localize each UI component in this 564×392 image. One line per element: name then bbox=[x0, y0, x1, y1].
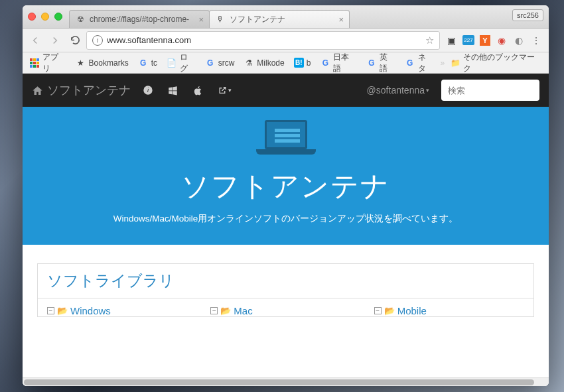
google-icon: G bbox=[320, 58, 330, 68]
hero-title: ソフトアンテナ bbox=[36, 168, 535, 205]
menu-button[interactable]: ⋮ bbox=[530, 34, 542, 46]
extension-icon[interactable]: 227 bbox=[462, 35, 474, 45]
folder-icon: 📁 bbox=[450, 58, 460, 68]
extension-icon[interactable]: ▣ bbox=[445, 34, 457, 46]
bookmark-item[interactable]: ⚗Milkode bbox=[241, 56, 287, 70]
reload-icon bbox=[70, 34, 81, 46]
svg-rect-6 bbox=[30, 65, 33, 68]
other-bookmarks[interactable]: 📁 その他のブックマーク bbox=[447, 50, 545, 76]
apple-icon[interactable] bbox=[193, 85, 206, 96]
radioactive-icon: ☢ bbox=[75, 14, 86, 25]
svg-rect-4 bbox=[33, 62, 36, 64]
titlebar: ☢ chrome://flags/#top-chrome- × 🎙 ソフトアンテ… bbox=[23, 5, 549, 29]
body-area: ソフトライブラリ − 📂 Windows − 📂 Mac bbox=[23, 245, 549, 317]
search-input[interactable] bbox=[441, 80, 539, 101]
info-icon[interactable]: i bbox=[143, 85, 156, 96]
mic-icon: 🎙 bbox=[215, 14, 226, 25]
bookmark-item[interactable]: Gネタ bbox=[402, 50, 437, 76]
svg-rect-8 bbox=[36, 65, 39, 68]
external-link-icon[interactable]: ▾ bbox=[218, 86, 232, 95]
svg-rect-7 bbox=[33, 65, 36, 68]
extension-icon[interactable]: ◉ bbox=[496, 34, 508, 46]
site-brand[interactable]: ソフトアンテナ bbox=[32, 82, 131, 98]
close-tab-icon[interactable]: × bbox=[198, 15, 204, 25]
page-content: ソフトアンテナ i ▾ @softantenna▾ bbox=[23, 74, 549, 386]
extension-icon[interactable]: ◐ bbox=[513, 34, 525, 46]
url-text: www.softantenna.com bbox=[107, 35, 421, 45]
tab-strip: ☢ chrome://flags/#top-chrome- × 🎙 ソフトアンテ… bbox=[69, 5, 543, 28]
separator: » bbox=[440, 58, 445, 68]
library-link-mobile[interactable]: − 📂 Mobile bbox=[374, 305, 524, 316]
tab-flags[interactable]: ☢ chrome://flags/#top-chrome- × bbox=[69, 10, 210, 28]
bookmark-item[interactable]: G英語 bbox=[364, 50, 398, 76]
tab-title: ソフトアンテナ bbox=[230, 14, 338, 25]
arrow-left-icon bbox=[29, 34, 41, 46]
svg-rect-0 bbox=[30, 58, 33, 61]
horizontal-scrollbar[interactable] bbox=[23, 377, 549, 386]
bookmark-item[interactable]: G日本語 bbox=[317, 50, 360, 76]
google-icon: G bbox=[205, 58, 216, 68]
window-controls bbox=[28, 13, 62, 21]
back-button[interactable] bbox=[27, 32, 44, 49]
hero-subtitle: Windows/Mac/Mobile用オンラインソフトのバージョンアップ状況を調… bbox=[36, 213, 535, 225]
tree-collapse-icon[interactable]: − bbox=[374, 307, 382, 314]
hero-section: ソフトアンテナ Windows/Mac/Mobile用オンラインソフトのバージョ… bbox=[23, 107, 549, 245]
library-link-windows[interactable]: − 📂 Windows bbox=[47, 305, 197, 316]
browser-window: ☢ chrome://flags/#top-chrome- × 🎙 ソフトアンテ… bbox=[23, 5, 549, 386]
google-icon: G bbox=[138, 58, 149, 68]
google-icon: G bbox=[405, 58, 415, 68]
reload-button[interactable] bbox=[66, 32, 84, 49]
profile-badge[interactable]: src256 bbox=[512, 9, 543, 21]
folder-open-icon: 📂 bbox=[220, 306, 231, 316]
flask-icon: ⚗ bbox=[244, 58, 254, 68]
bookmark-item[interactable]: Gsrcw bbox=[202, 56, 238, 70]
extension-icon[interactable]: Y bbox=[480, 35, 490, 46]
extension-icons: ▣ 227 Y ◉ ◐ ⋮ bbox=[443, 34, 545, 46]
home-icon bbox=[32, 85, 43, 96]
twitter-handle[interactable]: @softantenna▾ bbox=[367, 85, 429, 96]
bookmark-star-icon[interactable]: ☆ bbox=[425, 34, 434, 46]
site-info-icon[interactable]: i bbox=[92, 35, 103, 46]
arrow-right-icon bbox=[49, 34, 61, 46]
svg-rect-5 bbox=[36, 62, 39, 64]
b-icon: B! bbox=[294, 58, 304, 68]
address-bar[interactable]: i www.softantenna.com ☆ bbox=[86, 31, 440, 50]
close-tab-icon[interactable]: × bbox=[338, 15, 344, 25]
bookmark-item[interactable]: ★Bookmarks bbox=[73, 56, 131, 70]
folder-open-icon: 📂 bbox=[57, 306, 68, 316]
laptop-icon bbox=[256, 120, 316, 160]
apps-button[interactable]: アプリ bbox=[27, 50, 69, 76]
apps-icon bbox=[29, 58, 40, 68]
tree-collapse-icon[interactable]: − bbox=[47, 307, 54, 314]
apps-label: アプリ bbox=[42, 52, 66, 74]
bookmarks-bar: アプリ ★Bookmarks Gtc 📄ログ Gsrcw ⚗Milkode B!… bbox=[23, 52, 549, 74]
svg-rect-2 bbox=[36, 58, 39, 61]
maximize-window-button[interactable] bbox=[54, 13, 62, 21]
star-icon: ★ bbox=[76, 58, 86, 68]
bookmark-item[interactable]: B!b bbox=[291, 56, 314, 69]
section-title: ソフトライブラリ bbox=[37, 263, 534, 298]
svg-rect-3 bbox=[30, 62, 33, 64]
google-icon: G bbox=[366, 58, 377, 68]
folder-open-icon: 📂 bbox=[384, 306, 395, 316]
doc-icon: 📄 bbox=[167, 58, 177, 68]
tree-collapse-icon[interactable]: − bbox=[210, 307, 218, 314]
windows-icon[interactable] bbox=[168, 86, 181, 96]
tab-title: chrome://flags/#top-chrome- bbox=[90, 15, 198, 24]
site-navbar: ソフトアンテナ i ▾ @softantenna▾ bbox=[23, 74, 549, 107]
forward-button[interactable] bbox=[46, 32, 64, 49]
bookmark-item[interactable]: Gtc bbox=[135, 56, 160, 70]
library-grid: − 📂 Windows − 📂 Mac − 📂 bbox=[37, 298, 534, 317]
toolbar: i www.softantenna.com ☆ ▣ 227 Y ◉ ◐ ⋮ bbox=[23, 29, 549, 52]
minimize-window-button[interactable] bbox=[41, 13, 49, 21]
tab-softantenna[interactable]: 🎙 ソフトアンテナ × bbox=[209, 10, 350, 28]
svg-rect-1 bbox=[33, 58, 36, 61]
scrollbar-thumb[interactable] bbox=[24, 379, 534, 385]
library-link-mac[interactable]: − 📂 Mac bbox=[210, 305, 360, 316]
bookmark-item[interactable]: 📄ログ bbox=[164, 50, 198, 76]
close-window-button[interactable] bbox=[28, 13, 36, 21]
